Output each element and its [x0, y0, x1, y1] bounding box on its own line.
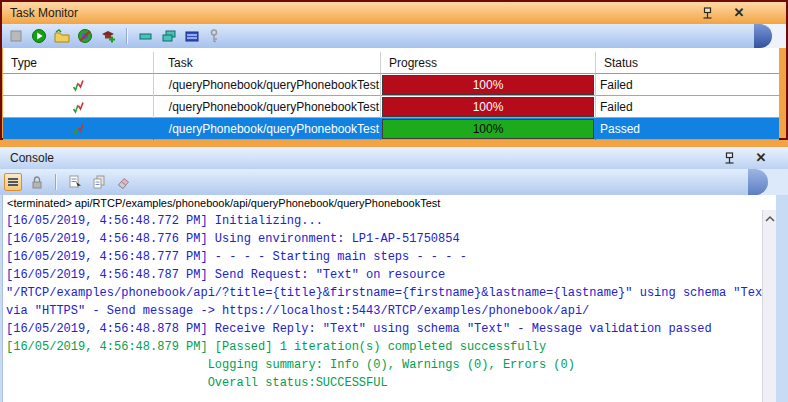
progress-bar: 100% — [382, 119, 594, 139]
terminated-label: <terminated> api/RTCP/examples/phonebook… — [3, 195, 776, 210]
test-check-icon — [3, 96, 153, 118]
log-line: [16/05/2019, 4:56:48.787 PM] Send Reques… — [6, 266, 762, 284]
progress-bar: 100% — [382, 97, 594, 117]
add-task-icon[interactable] — [100, 28, 116, 44]
status-label: Failed — [595, 74, 779, 96]
open-task-folder-icon[interactable] — [54, 28, 70, 44]
task-table: Type Task Progress Status /queryPhoneboo… — [3, 48, 779, 140]
log-line: "/RTCP/examples/phonebook/api/?title={ti… — [6, 284, 762, 302]
column-header-progress[interactable]: Progress — [380, 52, 595, 74]
log-line: [16/05/2019, 4:56:48.772 PM] Initializin… — [6, 212, 762, 230]
progress-cell: 100% — [380, 74, 595, 96]
close-icon[interactable]: ✕ — [732, 6, 746, 20]
details-view-icon[interactable] — [184, 28, 200, 44]
scroll-up-icon[interactable] — [764, 213, 776, 225]
progress-cell: 100% — [380, 118, 595, 140]
close-icon[interactable]: ✕ — [754, 151, 768, 165]
toolbar-separator — [126, 28, 128, 44]
console-content: <terminated> api/RTCP/examples/phonebook… — [2, 195, 776, 402]
pin-icon[interactable] — [700, 6, 714, 20]
column-header-type[interactable]: Type — [3, 52, 153, 74]
console-panel: Console ✕ — [0, 147, 788, 402]
scroll-lock-icon[interactable] — [66, 173, 84, 191]
toolbar-end-cap — [754, 24, 772, 48]
task-path: /queryPhonebook/queryPhonebookTest — [153, 118, 380, 140]
task-path: /queryPhonebook/queryPhonebookTest — [153, 96, 380, 118]
show-console-icon[interactable] — [4, 173, 22, 191]
pin-console-icon[interactable] — [90, 173, 108, 191]
log-line: via "HTTPS" - Send message -> https://lo… — [6, 302, 762, 320]
log-line: Logging summary: Info (0), Warnings (0),… — [6, 356, 762, 374]
status-label: Passed — [595, 118, 779, 140]
clear-console-icon[interactable] — [114, 173, 132, 191]
stop-icon[interactable] — [8, 28, 24, 44]
progress-bar: 100% — [382, 75, 594, 95]
task-monitor-titlebar[interactable]: Task Monitor ✕ — [2, 2, 786, 24]
console-toolbar — [0, 169, 788, 195]
log-line: [16/05/2019, 4:56:48.879 PM] [Passed] 1 … — [6, 338, 762, 356]
disable-run-icon[interactable] — [77, 28, 93, 44]
lock-icon[interactable] — [28, 173, 46, 191]
table-row[interactable]: /queryPhonebook/queryPhonebookTest 100% … — [3, 74, 779, 96]
task-monitor-panel: Task Monitor ✕ — [0, 0, 788, 140]
task-path: /queryPhonebook/queryPhonebookTest — [153, 74, 380, 96]
panel-title: Task Monitor — [10, 6, 78, 20]
restore-window-icon[interactable] — [138, 28, 154, 44]
console-log[interactable]: [16/05/2019, 4:56:48.772 PM] Initializin… — [3, 210, 762, 402]
vertical-scrollbar[interactable] — [762, 210, 776, 402]
test-check-icon — [3, 118, 153, 140]
log-line: [16/05/2019, 4:56:48.777 PM] - - - - Sta… — [6, 248, 762, 266]
progress-cell: 100% — [380, 96, 595, 118]
log-line: [16/05/2019, 4:56:48.776 PM] Using envir… — [6, 230, 762, 248]
table-header: Type Task Progress Status — [3, 52, 779, 74]
log-line: [16/05/2019, 4:56:48.878 PM] Receive Rep… — [6, 320, 762, 338]
panel-divider[interactable] — [0, 140, 788, 147]
toolbar-end-cap — [748, 169, 768, 195]
key-icon[interactable] — [207, 28, 223, 44]
table-row-selected[interactable]: /queryPhonebook/queryPhonebookTest 100% … — [3, 118, 779, 140]
test-check-icon — [3, 74, 153, 96]
log-line: Overall status:SUCCESSFUL — [6, 374, 762, 392]
run-icon[interactable] — [31, 28, 47, 44]
cascade-windows-icon[interactable] — [161, 28, 177, 44]
panel-title: Console — [10, 151, 54, 165]
status-label: Failed — [595, 96, 779, 118]
column-header-task[interactable]: Task — [153, 52, 380, 74]
task-monitor-toolbar — [2, 24, 786, 48]
pin-icon[interactable] — [722, 151, 736, 165]
column-header-status[interactable]: Status — [595, 52, 779, 74]
table-row[interactable]: /queryPhonebook/queryPhonebookTest 100% … — [3, 96, 779, 118]
console-titlebar[interactable]: Console ✕ — [0, 147, 788, 169]
toolbar-separator — [55, 174, 57, 190]
